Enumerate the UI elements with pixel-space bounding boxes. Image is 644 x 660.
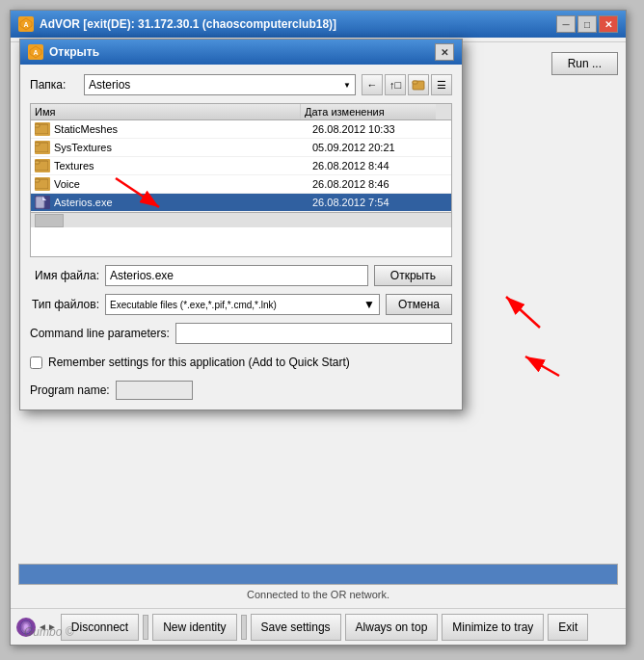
progress-segment [538, 565, 553, 584]
window-controls: ─ □ ✕ [556, 15, 618, 33]
col-date[interactable]: Дата изменения [301, 104, 436, 119]
progress-segment [397, 565, 413, 584]
checkbox-row: Remember settings for this application (… [30, 352, 452, 373]
progress-segment [585, 565, 601, 584]
filename-label: Имя файла: [30, 269, 99, 282]
close-button[interactable]: ✕ [599, 15, 618, 33]
progress-segment [365, 565, 381, 584]
new-identity-button[interactable]: New identity [152, 614, 236, 641]
dialog-icon: A [28, 44, 43, 60]
dialog-close-button[interactable]: ✕ [435, 43, 454, 61]
progress-segment [602, 565, 617, 584]
file-name: StaticMeshes [54, 123, 312, 135]
file-icon [35, 196, 50, 209]
progress-segment [507, 565, 523, 584]
app-icon: A [18, 16, 34, 32]
progress-segment [224, 565, 239, 584]
separator-2 [241, 615, 247, 640]
filetype-arrow-icon: ▼ [363, 298, 375, 311]
progress-segment [51, 565, 67, 584]
progress-segment [146, 565, 161, 584]
file-date: 26.08.2012 7:54 [312, 197, 447, 208]
status-text: Connected to the OR network. [18, 589, 618, 600]
remember-checkbox[interactable] [30, 356, 42, 369]
progress-segment [491, 565, 506, 584]
cmdline-input[interactable] [175, 323, 452, 344]
progress-segment [239, 565, 255, 584]
file-row[interactable]: Textures26.08.2012 8:44 [31, 157, 451, 175]
progress-segment [570, 565, 585, 584]
file-date: 26.08.2012 8:44 [312, 160, 447, 172]
progress-segment [176, 565, 192, 584]
folder-value: Asterios [89, 78, 130, 92]
file-name: SysTextures [54, 142, 312, 153]
filetype-combo[interactable]: Executable files (*.exe,*.pif,*.cmd,*.ln… [105, 294, 380, 315]
exit-button[interactable]: Exit [548, 614, 588, 641]
progress-segment [286, 565, 302, 584]
progress-segment [114, 565, 129, 584]
dialog-titlebar: A Открыть ✕ [20, 40, 462, 65]
minimize-button[interactable]: ─ [556, 15, 576, 33]
folder-combo[interactable]: Asterios ▼ [84, 74, 356, 95]
progress-segment [350, 565, 365, 584]
file-icon [35, 177, 50, 191]
svg-text:A: A [33, 49, 38, 56]
cmdline-row: Command line parameters: [30, 323, 452, 344]
filename-row: Имя файла: Открыть [30, 265, 452, 286]
folder-label: Папка: [30, 78, 78, 92]
file-icon [35, 141, 50, 154]
progress-segment [255, 565, 271, 584]
file-name: Asterios.exe [54, 197, 312, 208]
back-button[interactable]: ← [362, 74, 383, 95]
file-row[interactable]: Voice26.08.2012 8:46 [31, 175, 451, 194]
progress-segment [334, 565, 349, 584]
progress-segment [443, 565, 459, 584]
progress-segment [208, 565, 224, 584]
svg-rect-20 [35, 179, 40, 182]
folder-toolbar-icons: ← ↑□ ☰ [362, 74, 452, 95]
bottom-toolbar: ◄► Disconnect New identity Save settings… [11, 608, 626, 645]
up-button[interactable]: ↑□ [385, 74, 406, 95]
col-name[interactable]: Имя [31, 104, 301, 119]
folder-arrow-icon: ▼ [343, 81, 351, 90]
open-button[interactable]: Открыть [374, 265, 452, 286]
progress-segment [554, 565, 570, 584]
progress-segment [413, 565, 428, 584]
cancel-button[interactable]: Отмена [386, 294, 452, 315]
always-on-top-button[interactable]: Always on top [345, 614, 439, 641]
minimize-to-tray-button[interactable]: Minimize to tray [442, 614, 544, 641]
progname-input[interactable] [116, 381, 193, 400]
progname-label: Program name: [30, 383, 110, 397]
file-date: 05.09.2012 20:21 [312, 142, 447, 153]
file-name: Voice [54, 178, 312, 190]
file-date: 26.08.2012 8:46 [312, 178, 447, 190]
svg-text:A: A [23, 21, 28, 28]
progname-row: Program name: [30, 381, 452, 400]
maximize-button[interactable]: □ [577, 15, 597, 33]
progress-segment [318, 565, 334, 584]
progress-segment [271, 565, 286, 584]
progress-segment [129, 565, 145, 584]
file-row[interactable]: StaticMeshes26.08.2012 10:33 [31, 120, 451, 139]
file-icon [35, 159, 50, 172]
save-settings-button[interactable]: Save settings [251, 614, 341, 641]
horizontal-scrollbar[interactable] [31, 212, 451, 227]
progress-segment [475, 565, 491, 584]
main-titlebar: A AdVOR [exit(DE): 31.172.30.1 (chaoscom… [11, 11, 626, 38]
progress-area: Connected to the OR network. [11, 556, 626, 608]
new-folder-button[interactable] [408, 74, 429, 95]
cmdline-label: Command line parameters: [30, 327, 170, 340]
file-row[interactable]: Asterios.exe26.08.2012 7:54 [31, 194, 451, 212]
run-button[interactable]: Run ... [551, 52, 618, 75]
progress-bar [18, 564, 618, 585]
filename-input[interactable] [105, 265, 368, 286]
file-list-rows: StaticMeshes26.08.2012 10:33SysTextures0… [31, 120, 451, 212]
progress-segment [460, 565, 475, 584]
filetype-label: Тип файлов: [30, 298, 99, 311]
progress-segment [381, 565, 396, 584]
progress-segment [82, 565, 97, 584]
view-button[interactable]: ☰ [431, 74, 452, 95]
progress-segment [19, 565, 35, 584]
progress-segment [67, 565, 82, 584]
file-row[interactable]: SysTextures05.09.2012 20:21 [31, 139, 451, 157]
